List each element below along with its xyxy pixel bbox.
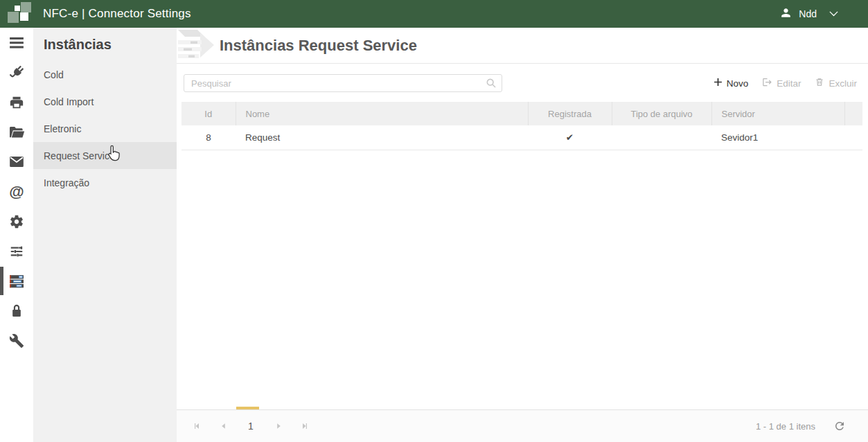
sidebar-item-integracao[interactable]: Integração (33, 169, 177, 196)
cell-spacer (844, 125, 862, 150)
menu-icon[interactable] (0, 28, 33, 58)
novo-button[interactable]: Novo (714, 78, 749, 89)
toolbar-buttons: Novo Editar Excluir (714, 77, 868, 89)
table-header-row: Id Nome Registrada Tipo de arquivo Servi… (181, 102, 862, 125)
settings-gear-icon[interactable] (0, 206, 33, 236)
arrow-out-icon (762, 77, 772, 89)
editar-button[interactable]: Editar (762, 77, 801, 89)
instances-sidebar: Instâncias Cold Cold Import Eletronic Re… (33, 28, 177, 442)
chevron-down-icon (829, 8, 839, 20)
sidebar-item-cold[interactable]: Cold (33, 61, 177, 88)
column-header-servidor[interactable]: Servidor (711, 102, 844, 125)
ndd-logo (0, 0, 33, 28)
pager-info: 1 - 1 de 1 itens (756, 421, 815, 432)
wrench-icon[interactable] (0, 326, 33, 355)
next-page-icon[interactable] (269, 417, 287, 435)
page-title: Instâncias Request Service (220, 37, 417, 55)
instances-table: Id Nome Registrada Tipo de arquivo Servi… (181, 102, 862, 150)
instances-servers-icon[interactable] (0, 266, 33, 296)
icon-rail: @ (0, 28, 33, 442)
excluir-button[interactable]: Excluir (815, 77, 857, 89)
column-header-id[interactable]: Id (181, 102, 236, 125)
mail-icon[interactable] (0, 147, 33, 177)
refresh-icon[interactable] (833, 420, 846, 432)
printer-icon[interactable] (0, 87, 33, 117)
topbar: NFC-e | Connector Settings Ndd (0, 0, 868, 28)
plug-icon[interactable] (0, 58, 33, 87)
current-page-indicator (236, 407, 259, 409)
pager-right: 1 - 1 de 1 itens (756, 420, 868, 432)
app-title: NFC-e | Connector Settings (43, 7, 191, 21)
plus-icon (714, 78, 723, 89)
cell-registrada-check-icon: ✔ (528, 125, 612, 150)
pager: 1 1 - 1 de 1 itens (177, 409, 868, 442)
page-header: Instâncias Request Service (177, 28, 868, 64)
sidebar-item-request-service[interactable]: Request Service (33, 142, 177, 169)
user-menu[interactable]: Ndd (779, 6, 868, 22)
user-name: Ndd (799, 8, 817, 19)
sidebar-item-cold-import[interactable]: Cold Import (33, 88, 177, 115)
main-content: Instâncias Request Service Novo (177, 28, 868, 442)
tune-sliders-icon[interactable] (0, 236, 33, 266)
page-number[interactable]: 1 (240, 421, 261, 432)
prev-page-icon[interactable] (214, 417, 232, 435)
cell-nome: Request (236, 125, 528, 150)
column-header-tipo-de-arquivo[interactable]: Tipo de arquivo (612, 102, 711, 125)
column-header-nome[interactable]: Nome (236, 102, 528, 125)
toolbar: Novo Editar Excluir (177, 64, 868, 102)
sidebar-heading: Instâncias (33, 28, 177, 61)
cell-tipo-de-arquivo (612, 125, 711, 150)
cell-servidor: Sevidor1 (711, 125, 844, 150)
lock-icon[interactable] (0, 296, 33, 326)
first-page-icon[interactable] (188, 417, 206, 435)
search-input[interactable] (184, 74, 502, 92)
sidebar-item-eletronic[interactable]: Eletronic (33, 115, 177, 142)
user-icon (779, 6, 792, 22)
last-page-icon[interactable] (296, 417, 314, 435)
column-header-registrada[interactable]: Registrada (528, 102, 612, 125)
trash-icon (815, 77, 824, 89)
at-sign-icon[interactable]: @ (0, 177, 33, 206)
search-wrap (184, 74, 502, 92)
cell-id: 8 (181, 125, 236, 150)
table-row[interactable]: 8 Request ✔ Sevidor1 (181, 125, 862, 150)
app-window: NFC-e | Connector Settings Ndd @ (0, 0, 868, 442)
instances-arrow-icon (177, 28, 217, 63)
folder-open-icon[interactable] (0, 117, 33, 147)
search-icon[interactable] (486, 78, 497, 91)
column-header-spacer (844, 102, 862, 125)
